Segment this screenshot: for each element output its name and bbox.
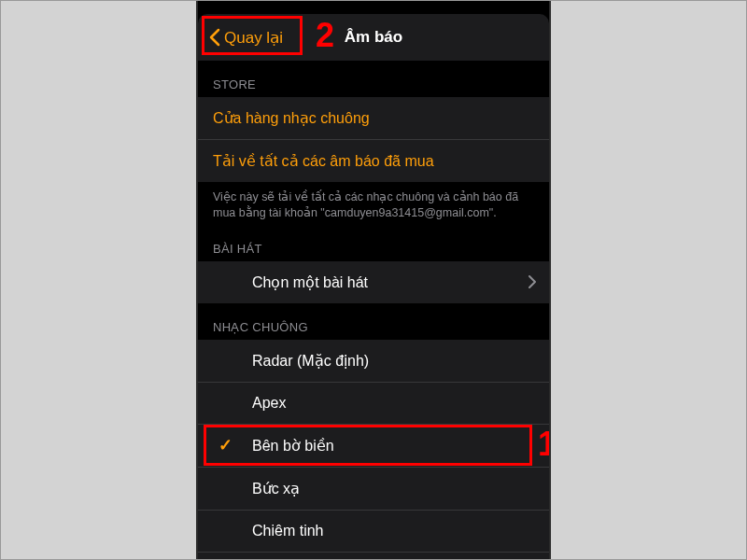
section-header-ringtones: NHẠC CHUÔNG <box>198 303 549 340</box>
ringtone-item[interactable]: Apex <box>198 383 549 425</box>
back-button[interactable]: Quay lại <box>204 24 289 51</box>
ringtone-label: Chiêm tinh <box>252 523 323 539</box>
navigation-bar: Quay lại Âm báo <box>198 14 549 61</box>
store-footer-text: Việc này sẽ tải về tất cả các nhạc chuôn… <box>198 182 549 225</box>
ringtone-item[interactable]: Chiếu sáng <box>198 553 549 560</box>
ringtone-label: Apex <box>252 395 286 412</box>
store-group: Cửa hàng nhạc chuông Tải về tất cả các â… <box>198 97 549 182</box>
chevron-right-icon <box>529 272 536 293</box>
annotation-number-2: 2 <box>316 16 334 55</box>
ringtone-group: Radar (Mặc định)Apex✓Bên bờ biềnBức xạCh… <box>198 340 549 560</box>
ringtone-store-link[interactable]: Cửa hàng nhạc chuông <box>198 97 549 140</box>
songs-group: Chọn một bài hát <box>198 261 549 303</box>
pick-song-cell[interactable]: Chọn một bài hát <box>198 261 549 303</box>
pick-song-label: Chọn một bài hát <box>252 273 368 291</box>
ringtone-label: Radar (Mặc định) <box>252 352 369 370</box>
section-header-songs: BÀI HÁT <box>198 225 549 261</box>
ringtone-label: Bên bờ biền <box>252 437 334 455</box>
ringtone-item[interactable]: Bức xạ <box>198 468 549 511</box>
ringtone-label: Bức xạ <box>252 480 300 497</box>
ringtone-item[interactable]: ✓Bên bờ biền <box>198 425 549 468</box>
phone-screen: Quay lại Âm báo STORE Cửa hàng nhạc chuô… <box>196 1 551 560</box>
chevron-left-icon <box>209 28 220 47</box>
section-header-store: STORE <box>198 61 549 97</box>
ringtone-item[interactable]: Chiêm tinh <box>198 511 549 553</box>
back-label: Quay lại <box>224 28 283 48</box>
checkmark-icon: ✓ <box>218 435 233 455</box>
page-title: Âm báo <box>345 28 402 47</box>
annotation-number-1: 1 <box>538 425 551 464</box>
ringtone-item[interactable]: Radar (Mặc định) <box>198 340 549 383</box>
download-purchased-link[interactable]: Tải về tất cả các âm báo đã mua <box>198 140 549 182</box>
